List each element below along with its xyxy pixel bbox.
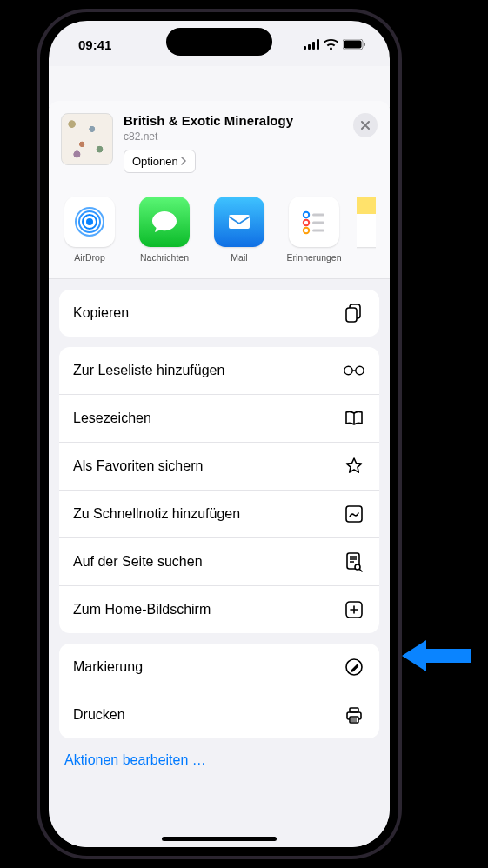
header-text: British & Exotic Mineralogy c82.net Opti… <box>124 113 378 173</box>
action-favorite[interactable]: Als Favoriten sichern <box>59 443 379 491</box>
action-group-secondary: Markierung Drucken <box>59 644 379 738</box>
action-label: Drucken <box>73 707 125 723</box>
battery-icon <box>343 39 365 50</box>
action-group-copy: Kopieren <box>59 290 379 337</box>
svg-rect-17 <box>312 229 324 231</box>
status-time: 09:41 <box>78 37 111 52</box>
phone-bezel: 09:41 British & Exotic Mineralogy c82.ne… <box>40 12 398 856</box>
close-button[interactable] <box>353 113 378 137</box>
app-mail[interactable]: Mail <box>212 197 266 263</box>
svg-point-7 <box>86 218 93 225</box>
action-quick-note[interactable]: Zu Schnellnotiz hinzufügen <box>59 491 379 538</box>
edit-actions-link[interactable]: Aktionen bearbeiten … <box>59 749 379 777</box>
svg-rect-0 <box>304 46 306 50</box>
svg-rect-3 <box>317 39 319 50</box>
svg-rect-13 <box>312 213 324 216</box>
cellular-icon <box>304 39 319 50</box>
options-button[interactable]: Optionen <box>124 150 196 173</box>
markup-icon <box>343 656 365 678</box>
close-icon <box>360 120 371 130</box>
app-label: Erinnerungen <box>286 252 341 263</box>
document-search-icon <box>343 551 365 573</box>
reminders-icon <box>289 197 339 247</box>
app-reminders[interactable]: Erinnerungen <box>287 197 341 263</box>
app-notes[interactable] <box>357 197 376 263</box>
app-messages[interactable]: Nachrichten <box>137 197 191 263</box>
action-markup[interactable]: Markierung <box>59 644 379 691</box>
glasses-icon <box>343 359 365 382</box>
app-label: Nachrichten <box>140 252 189 263</box>
chevron-right-icon <box>180 157 187 165</box>
svg-point-21 <box>356 366 364 374</box>
printer-icon <box>343 704 365 726</box>
svg-rect-19 <box>346 308 357 322</box>
options-label: Optionen <box>132 155 178 168</box>
page-title: British & Exotic Mineralogy <box>124 113 348 130</box>
airdrop-icon <box>64 197 115 247</box>
quicknote-icon <box>343 503 365 525</box>
action-label: Auf der Seite suchen <box>73 554 203 570</box>
page-thumbnail <box>61 113 113 165</box>
notes-icon <box>357 197 376 247</box>
share-sheet: British & Exotic Mineralogy c82.net Opti… <box>49 101 390 847</box>
svg-line-28 <box>359 569 362 571</box>
svg-point-14 <box>304 220 309 225</box>
page-domain: c82.net <box>124 130 348 143</box>
action-label: Zur Leseliste hinzufügen <box>73 363 224 378</box>
copy-icon <box>343 302 365 324</box>
svg-rect-2 <box>312 42 315 50</box>
action-copy[interactable]: Kopieren <box>59 290 379 337</box>
svg-rect-6 <box>364 43 365 46</box>
action-label: Als Favoriten sichern <box>73 458 203 474</box>
app-airdrop[interactable]: AirDrop <box>63 197 117 263</box>
action-group-main: Zur Leseliste hinzufügen Lesezeichen <box>59 347 379 633</box>
star-icon <box>343 455 365 477</box>
action-reading-list[interactable]: Zur Leseliste hinzufügen <box>59 347 379 395</box>
phone-frame: 09:41 British & Exotic Mineralogy c82.ne… <box>37 9 402 859</box>
dynamic-island <box>166 28 272 56</box>
app-label: AirDrop <box>74 252 105 263</box>
action-bookmark[interactable]: Lesezeichen <box>59 395 379 443</box>
action-label: Lesezeichen <box>73 411 151 426</box>
wifi-icon <box>324 39 338 50</box>
plus-square-icon <box>343 598 365 621</box>
action-find-on-page[interactable]: Auf der Seite suchen <box>59 538 379 586</box>
action-add-to-home[interactable]: Zum Home-Bildschirm <box>59 586 379 633</box>
callout-arrow <box>402 640 471 671</box>
svg-rect-32 <box>350 708 358 712</box>
app-label: Mail <box>231 252 247 263</box>
app-row[interactable]: AirDrop Nachrichten Mail <box>49 184 390 279</box>
svg-rect-15 <box>312 221 324 224</box>
action-label: Kopieren <box>73 305 129 321</box>
svg-rect-1 <box>308 44 311 50</box>
svg-rect-11 <box>229 215 250 229</box>
actions-list[interactable]: Kopieren Zur Leseliste hinzufügen <box>49 279 390 847</box>
action-label: Zum Home-Bildschirm <box>73 602 211 618</box>
sheet-header: British & Exotic Mineralogy c82.net Opti… <box>49 101 390 184</box>
svg-point-16 <box>304 228 309 233</box>
messages-icon <box>139 197 190 247</box>
action-label: Zu Schnellnotiz hinzufügen <box>73 506 240 522</box>
mail-icon <box>214 197 264 247</box>
svg-point-12 <box>304 212 309 217</box>
home-indicator[interactable] <box>162 837 277 841</box>
action-label: Markierung <box>73 659 143 675</box>
book-icon <box>343 407 365 430</box>
action-print[interactable]: Drucken <box>59 691 379 738</box>
screen: 09:41 British & Exotic Mineralogy c82.ne… <box>49 21 390 847</box>
status-right <box>304 39 365 50</box>
svg-point-20 <box>344 366 352 374</box>
svg-rect-5 <box>344 41 362 49</box>
